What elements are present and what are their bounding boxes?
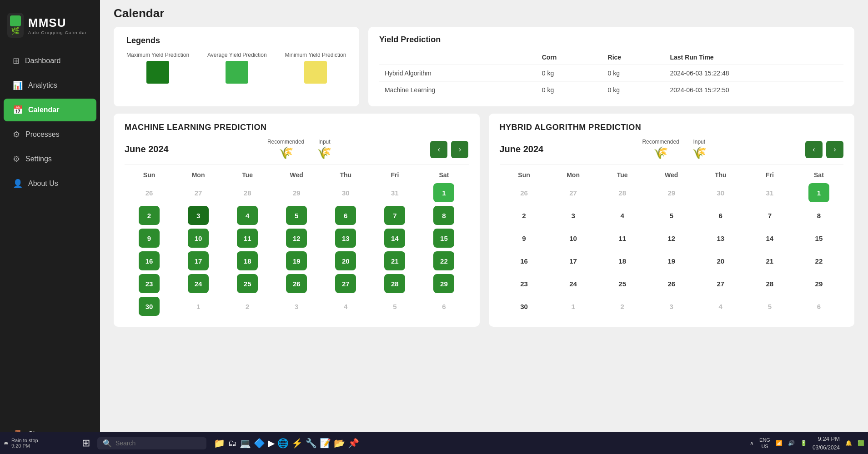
hybrid-day-cell[interactable]: 17 (549, 249, 598, 272)
ml-day-cell[interactable]: 24 (174, 272, 223, 295)
hybrid-day-cell[interactable]: 19 (647, 249, 696, 272)
ml-day-cell[interactable]: 13 (321, 227, 370, 249)
ml-day-cell[interactable]: 4 (223, 204, 272, 227)
hybrid-day-cell[interactable]: 27 (549, 181, 598, 204)
hybrid-day-cell[interactable]: 3 (647, 295, 696, 318)
taskbar-vscode-icon[interactable]: 💻 (240, 438, 251, 449)
hybrid-day-cell[interactable]: 4 (696, 295, 745, 318)
ml-day-cell[interactable]: 14 (370, 227, 419, 249)
hybrid-day-cell[interactable]: 5 (647, 204, 696, 227)
ml-day-cell[interactable]: 6 (419, 295, 468, 318)
hybrid-day-cell[interactable]: 4 (598, 204, 647, 227)
hybrid-day-cell[interactable]: 6 (696, 204, 745, 227)
taskbar-edge-icon[interactable]: 🌐 (277, 438, 289, 449)
hybrid-day-cell[interactable]: 26 (647, 272, 696, 295)
ml-day-cell[interactable]: 29 (419, 272, 468, 295)
ml-day-cell[interactable]: 2 (223, 295, 272, 318)
hybrid-day-cell[interactable]: 23 (500, 272, 549, 295)
hybrid-next-button[interactable]: › (826, 141, 843, 158)
ml-day-cell[interactable]: 4 (321, 295, 370, 318)
ml-day-cell[interactable]: 26 (272, 272, 321, 295)
ml-day-cell[interactable]: 19 (272, 249, 321, 272)
hybrid-day-cell[interactable]: 30 (696, 181, 745, 204)
taskbar-visualstudio-icon[interactable]: 🔷 (254, 438, 265, 449)
hybrid-day-cell[interactable]: 18 (598, 249, 647, 272)
taskbar-photos-icon[interactable]: 🗂 (228, 438, 237, 449)
ml-prev-button[interactable]: ‹ (430, 141, 447, 158)
ml-day-cell[interactable]: 1 (419, 181, 468, 204)
taskbar-app3-icon[interactable]: 📝 (320, 438, 331, 449)
ml-day-cell[interactable]: 21 (370, 249, 419, 272)
hybrid-day-cell[interactable]: 20 (696, 249, 745, 272)
taskbar-files-icon[interactable]: 📂 (334, 438, 345, 449)
taskbar-youtube-icon[interactable]: ▶ (268, 438, 275, 449)
ml-day-cell[interactable]: 16 (125, 249, 174, 272)
hybrid-prev-button[interactable]: ‹ (805, 141, 823, 158)
ml-day-cell[interactable]: 8 (419, 204, 468, 227)
hybrid-day-cell[interactable]: 5 (745, 295, 794, 318)
ml-day-cell[interactable]: 25 (223, 272, 272, 295)
sidebar-item-calendar[interactable]: 📅 Calendar (4, 99, 96, 121)
ml-day-cell[interactable]: 9 (125, 227, 174, 249)
hybrid-day-cell[interactable]: 3 (549, 204, 598, 227)
hybrid-day-cell[interactable]: 15 (794, 227, 843, 249)
hybrid-day-cell[interactable]: 25 (598, 272, 647, 295)
ml-day-cell[interactable]: 11 (223, 227, 272, 249)
ml-day-cell[interactable]: 15 (419, 227, 468, 249)
start-button[interactable]: ⊞ (82, 437, 90, 449)
sidebar-item-about[interactable]: 👤 About Us (4, 172, 96, 195)
hybrid-day-cell[interactable]: 14 (745, 227, 794, 249)
hybrid-day-cell[interactable]: 2 (598, 295, 647, 318)
hybrid-day-cell[interactable]: 22 (794, 249, 843, 272)
ml-day-cell[interactable]: 18 (223, 249, 272, 272)
hybrid-day-cell[interactable]: 9 (500, 227, 549, 249)
taskbar-app1-icon[interactable]: ⚡ (291, 438, 303, 449)
ml-day-cell[interactable]: 23 (125, 272, 174, 295)
hybrid-day-cell[interactable]: 10 (549, 227, 598, 249)
hybrid-day-cell[interactable]: 31 (745, 181, 794, 204)
taskbar-explorer-icon[interactable]: 📁 (214, 438, 225, 449)
taskbar-sticky-icon[interactable]: 📌 (348, 438, 359, 449)
ml-day-cell[interactable]: 30 (125, 295, 174, 318)
hybrid-day-cell[interactable]: 28 (598, 181, 647, 204)
hybrid-day-cell[interactable]: 29 (647, 181, 696, 204)
hybrid-day-cell[interactable]: 8 (794, 204, 843, 227)
hybrid-day-cell[interactable]: 7 (745, 204, 794, 227)
hybrid-day-cell[interactable]: 1 (794, 181, 843, 204)
ml-day-cell[interactable]: 22 (419, 249, 468, 272)
ml-day-cell[interactable]: 6 (321, 204, 370, 227)
taskbar-up-icon[interactable]: ∧ (750, 440, 754, 446)
hybrid-day-cell[interactable]: 21 (745, 249, 794, 272)
ml-day-cell[interactable]: 27 (321, 272, 370, 295)
ml-day-cell[interactable]: 1 (174, 295, 223, 318)
hybrid-day-cell[interactable]: 27 (696, 272, 745, 295)
hybrid-day-cell[interactable]: 2 (500, 204, 549, 227)
ml-day-cell[interactable]: 31 (370, 181, 419, 204)
sidebar-item-settings[interactable]: ⚙ Settings (4, 148, 96, 170)
hybrid-day-cell[interactable]: 12 (647, 227, 696, 249)
hybrid-day-cell[interactable]: 6 (794, 295, 843, 318)
ml-day-cell[interactable]: 17 (174, 249, 223, 272)
ml-day-cell[interactable]: 2 (125, 204, 174, 227)
ml-day-cell[interactable]: 3 (174, 204, 223, 227)
ml-day-cell[interactable]: 28 (370, 272, 419, 295)
hybrid-day-cell[interactable]: 16 (500, 249, 549, 272)
ml-day-cell[interactable]: 27 (174, 181, 223, 204)
ml-day-cell[interactable]: 7 (370, 204, 419, 227)
ml-day-cell[interactable]: 3 (272, 295, 321, 318)
taskbar-notification-icon[interactable]: 🔔 (845, 440, 852, 446)
ml-day-cell[interactable]: 26 (125, 181, 174, 204)
hybrid-day-cell[interactable]: 30 (500, 295, 549, 318)
ml-day-cell[interactable]: 20 (321, 249, 370, 272)
ml-day-cell[interactable]: 12 (272, 227, 321, 249)
search-input[interactable] (115, 439, 197, 447)
taskbar-app2-icon[interactable]: 🔧 (306, 438, 317, 449)
hybrid-day-cell[interactable]: 11 (598, 227, 647, 249)
search-bar[interactable]: 🔍 (97, 437, 206, 449)
hybrid-day-cell[interactable]: 24 (549, 272, 598, 295)
hybrid-day-cell[interactable]: 29 (794, 272, 843, 295)
sidebar-item-analytics[interactable]: 📊 Analytics (4, 74, 96, 97)
sidebar-item-processes[interactable]: ⚙ Processes (4, 123, 96, 146)
hybrid-day-cell[interactable]: 28 (745, 272, 794, 295)
ml-day-cell[interactable]: 29 (272, 181, 321, 204)
